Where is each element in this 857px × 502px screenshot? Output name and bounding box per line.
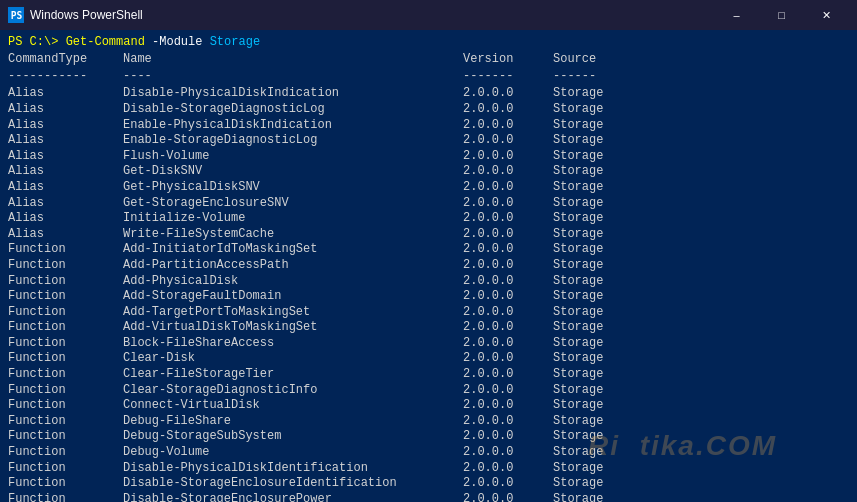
row-version: 2.0.0.0 [463,367,553,383]
row-cmdtype: Function [8,414,123,430]
table-row: Alias Get-StorageEnclosureSNV 2.0.0.0 St… [8,196,849,212]
row-name: Clear-StorageDiagnosticInfo [123,383,463,399]
row-version: 2.0.0.0 [463,461,553,477]
table-row: Function Debug-StorageSubSystem 2.0.0.0 … [8,429,849,445]
header-cmdtype: CommandType [8,52,123,68]
row-name: Write-FileSystemCache [123,227,463,243]
row-cmdtype: Alias [8,102,123,118]
row-source: Storage [553,133,603,149]
ps-prompt: PS C:\> [8,35,58,49]
row-source: Storage [553,351,603,367]
row-source: Storage [553,196,603,212]
row-name: Initialize-Volume [123,211,463,227]
row-source: Storage [553,305,603,321]
row-version: 2.0.0.0 [463,164,553,180]
row-name: Get-StorageEnclosureSNV [123,196,463,212]
table-row: Alias Get-PhysicalDiskSNV 2.0.0.0 Storag… [8,180,849,196]
row-source: Storage [553,274,603,290]
row-name: Disable-PhysicalDiskIndication [123,86,463,102]
row-name: Enable-StorageDiagnosticLog [123,133,463,149]
row-version: 2.0.0.0 [463,429,553,445]
table-row: Function Debug-Volume 2.0.0.0 Storage [8,445,849,461]
sep-source: ------ [553,69,596,85]
header-version: Version [463,52,553,68]
row-version: 2.0.0.0 [463,149,553,165]
row-name: Debug-Volume [123,445,463,461]
row-cmdtype: Function [8,320,123,336]
row-cmdtype: Alias [8,164,123,180]
command-flag: -Module [152,35,202,49]
row-cmdtype: Alias [8,196,123,212]
row-cmdtype: Function [8,461,123,477]
row-source: Storage [553,118,603,134]
row-name: Get-PhysicalDiskSNV [123,180,463,196]
row-version: 2.0.0.0 [463,133,553,149]
row-version: 2.0.0.0 [463,398,553,414]
row-name: Debug-FileShare [123,414,463,430]
minimize-button[interactable]: – [714,0,759,30]
row-version: 2.0.0.0 [463,227,553,243]
close-button[interactable]: ✕ [804,0,849,30]
maximize-button[interactable]: □ [759,0,804,30]
table-row: Function Disable-StorageEnclosurePower 2… [8,492,849,502]
title-bar-left: PS Windows PowerShell [8,7,143,23]
table-row: Function Add-StorageFaultDomain 2.0.0.0 … [8,289,849,305]
row-cmdtype: Function [8,258,123,274]
window-controls: – □ ✕ [714,0,849,30]
row-cmdtype: Function [8,305,123,321]
row-name: Disable-StorageEnclosureIdentification [123,476,463,492]
window-title: Windows PowerShell [30,8,143,22]
row-cmdtype: Alias [8,133,123,149]
table-row: Function Add-InitiatorIdToMaskingSet 2.0… [8,242,849,258]
row-source: Storage [553,227,603,243]
row-source: Storage [553,476,603,492]
table-row: Alias Flush-Volume 2.0.0.0 Storage [8,149,849,165]
row-source: Storage [553,258,603,274]
table-row: Function Add-PhysicalDisk 2.0.0.0 Storag… [8,274,849,290]
row-version: 2.0.0.0 [463,86,553,102]
row-cmdtype: Function [8,445,123,461]
row-version: 2.0.0.0 [463,383,553,399]
table-row: Function Disable-StorageEnclosureIdentif… [8,476,849,492]
table-row: Alias Write-FileSystemCache 2.0.0.0 Stor… [8,227,849,243]
module-value: Storage [210,35,260,49]
table-row: Function Add-TargetPortToMaskingSet 2.0.… [8,305,849,321]
row-source: Storage [553,398,603,414]
row-cmdtype: Function [8,383,123,399]
row-version: 2.0.0.0 [463,274,553,290]
row-version: 2.0.0.0 [463,320,553,336]
row-version: 2.0.0.0 [463,118,553,134]
table-row: Alias Disable-StorageDiagnosticLog 2.0.0… [8,102,849,118]
row-cmdtype: Function [8,476,123,492]
row-version: 2.0.0.0 [463,336,553,352]
table-row: Function Disable-PhysicalDiskIdentificat… [8,461,849,477]
header-source: Source [553,52,596,68]
row-name: Enable-PhysicalDiskIndication [123,118,463,134]
row-version: 2.0.0.0 [463,211,553,227]
row-cmdtype: Function [8,492,123,502]
table-row: Function Add-PartitionAccessPath 2.0.0.0… [8,258,849,274]
row-name: Clear-Disk [123,351,463,367]
row-source: Storage [553,461,603,477]
row-version: 2.0.0.0 [463,351,553,367]
row-cmdtype: Alias [8,227,123,243]
terminal-wrapper: PS C:\> Get-Command -Module Storage Comm… [0,30,857,502]
row-cmdtype: Function [8,351,123,367]
row-source: Storage [553,211,603,227]
header-name: Name [123,52,463,68]
row-name: Add-StorageFaultDomain [123,289,463,305]
row-name: Disable-PhysicalDiskIdentification [123,461,463,477]
row-source: Storage [553,336,603,352]
row-cmdtype: Alias [8,149,123,165]
table-row: Function Clear-Disk 2.0.0.0 Storage [8,351,849,367]
row-name: Flush-Volume [123,149,463,165]
row-source: Storage [553,429,603,445]
row-source: Storage [553,367,603,383]
row-source: Storage [553,445,603,461]
row-name: Add-VirtualDiskToMaskingSet [123,320,463,336]
row-version: 2.0.0.0 [463,305,553,321]
row-name: Block-FileShareAccess [123,336,463,352]
row-cmdtype: Alias [8,118,123,134]
table-row: Function Clear-StorageDiagnosticInfo 2.0… [8,383,849,399]
terminal[interactable]: PS C:\> Get-Command -Module Storage Comm… [0,30,857,502]
